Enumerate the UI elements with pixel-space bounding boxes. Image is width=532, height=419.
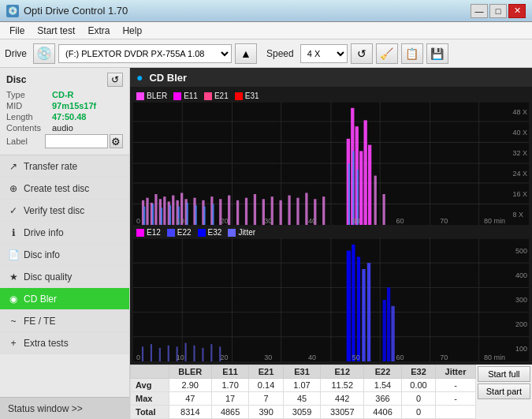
type-value: CD-R — [52, 90, 74, 99]
nav-label-fe-te: FE / TE — [24, 316, 55, 327]
type-key: Type — [6, 90, 52, 99]
mid-key: MID — [6, 101, 52, 110]
verify-disc-icon: ✓ — [8, 205, 19, 216]
sidebar-item-extra-tests[interactable]: + Extra tests — [0, 332, 129, 354]
sidebar-item-fe-te[interactable]: ~ FE / TE — [0, 310, 129, 332]
col-header-e21: E21 — [249, 365, 284, 379]
total-e31: 3059 — [283, 406, 320, 419]
total-e22: 4406 — [364, 406, 401, 419]
jitter-legend-dot — [228, 229, 236, 237]
cd-bler-icon: ◉ — [8, 294, 19, 305]
disc-info-icon: 📄 — [8, 249, 19, 260]
disc-mid-row: MID 97m15s17f — [6, 101, 123, 110]
status-window-label: Status window >> — [8, 403, 83, 414]
svg-rect-78 — [387, 287, 390, 361]
eject-button[interactable]: ▲ — [235, 43, 257, 64]
avg-jitter: - — [436, 379, 476, 392]
svg-rect-73 — [352, 245, 355, 361]
sidebar-item-disc-info[interactable]: 📄 Disc info — [0, 244, 129, 266]
legend-e31: E31 — [235, 92, 259, 100]
stats-total-row: Total 8314 4865 390 3059 33057 4406 0 — [131, 406, 476, 419]
svg-rect-74 — [357, 256, 360, 361]
start-full-button[interactable]: Start full — [478, 366, 530, 382]
e22-legend-dot — [167, 229, 175, 237]
toolbar: Drive 💿 (F:) PLEXTOR DVDR PX-755A 1.08 ▲… — [0, 39, 532, 68]
start-part-button[interactable]: Start part — [478, 383, 530, 399]
disc-label-row: Label ⚙ — [6, 134, 123, 148]
disc-panel-header: Disc ↺ — [6, 73, 123, 87]
legend-e22: E22 — [167, 228, 192, 237]
status-window-button[interactable]: Status window >> — [0, 397, 129, 419]
chart2-y-labels: 500 400 300 200 100 — [515, 238, 527, 361]
sidebar-item-transfer-rate[interactable]: ↗ Transfer rate — [0, 155, 129, 178]
menu-help[interactable]: Help — [116, 24, 148, 38]
bler-legend-dot — [136, 92, 144, 100]
stats-table-wrapper: BLER E11 E21 E31 E12 E22 E32 Jitter Avg — [130, 365, 476, 419]
titlebar: 💿 Opti Drive Control 1.70 — □ ✕ — [0, 0, 532, 22]
max-e22: 366 — [364, 392, 401, 406]
nav-label-disc-quality: Disc quality — [24, 271, 72, 282]
maximize-button[interactable]: □ — [489, 4, 507, 18]
drive-select[interactable]: (F:) PLEXTOR DVDR PX-755A 1.08 — [58, 44, 232, 63]
start-buttons-area: Start full Start part — [476, 365, 532, 419]
e12-legend-dot — [136, 229, 144, 237]
legend-bler: BLER — [136, 92, 167, 100]
sidebar-item-create-test-disc[interactable]: ⊕ Create test disc — [0, 178, 129, 200]
contents-value: audio — [52, 123, 73, 133]
sidebar-item-verify-test-disc[interactable]: ✓ Verify test disc — [0, 200, 129, 222]
extra-tests-icon: + — [8, 338, 19, 349]
window-controls[interactable]: — □ ✕ — [471, 4, 526, 18]
disc-refresh-button[interactable]: ↺ — [107, 73, 123, 87]
e31-legend-label: E31 — [245, 92, 259, 100]
avg-e22: 1.54 — [364, 379, 401, 392]
sidebar-item-cd-bler[interactable]: ◉ CD Bler — [0, 288, 129, 310]
disc-panel: Disc ↺ Type CD-R MID 97m15s17f Length 47… — [0, 68, 129, 155]
sidebar-item-disc-quality[interactable]: ★ Disc quality — [0, 266, 129, 288]
e11-legend-dot — [173, 92, 181, 100]
svg-rect-57 — [348, 163, 350, 225]
minimize-button[interactable]: — — [471, 4, 488, 18]
e32-legend-label: E32 — [208, 228, 222, 237]
legend-jitter: Jitter — [228, 228, 255, 237]
svg-rect-58 — [352, 151, 354, 225]
close-button[interactable]: ✕ — [508, 4, 526, 18]
col-header-empty — [131, 365, 169, 379]
app-icon: 💿 — [6, 5, 19, 17]
menu-file[interactable]: File — [3, 24, 31, 38]
col-header-e11: E11 — [211, 365, 248, 379]
avg-label: Avg — [131, 379, 169, 392]
svg-rect-75 — [362, 269, 365, 361]
stats-table: BLER E11 E21 E31 E12 E22 E32 Jitter Avg — [130, 365, 476, 419]
menu-starttest[interactable]: Start test — [31, 24, 81, 38]
charts-container: BLER E11 E21 E31 — [130, 87, 532, 365]
avg-e32: 0.00 — [401, 379, 436, 392]
length-key: Length — [6, 112, 52, 122]
total-bler: 8314 — [169, 406, 211, 419]
disc-type-row: Type CD-R — [6, 90, 123, 99]
total-e32: 0 — [401, 406, 436, 419]
drive-info-icon: ℹ — [8, 227, 19, 238]
max-e32: 0 — [401, 392, 436, 406]
main-layout: Disc ↺ Type CD-R MID 97m15s17f Length 47… — [0, 68, 532, 419]
fe-te-icon: ~ — [8, 316, 19, 327]
transfer-rate-icon: ↗ — [8, 161, 19, 172]
col-header-e22: E22 — [364, 365, 401, 379]
speed-apply-button[interactable]: ↺ — [351, 43, 373, 64]
e21-legend-dot — [204, 92, 212, 100]
disc-quality-icon: ★ — [8, 271, 19, 282]
sidebar-item-drive-info[interactable]: ℹ Drive info — [0, 222, 129, 244]
label-key: Label — [6, 137, 45, 146]
total-e21: 390 — [249, 406, 284, 419]
avg-e12: 11.52 — [321, 379, 364, 392]
nav-label-cd-bler: CD Bler — [24, 294, 57, 305]
copy-button[interactable]: 📋 — [401, 43, 423, 64]
speed-select[interactable]: 1 X 2 X 4 X 8 X 16 X Max — [300, 44, 348, 63]
clear-button[interactable]: 🧹 — [376, 43, 398, 64]
menu-extra[interactable]: Extra — [81, 24, 116, 38]
label-settings-button[interactable]: ⚙ — [110, 134, 123, 148]
e21-legend-label: E21 — [214, 92, 229, 100]
avg-e11: 1.70 — [211, 379, 248, 392]
save-button[interactable]: 💾 — [426, 43, 448, 64]
label-input[interactable] — [45, 134, 108, 148]
total-jitter — [436, 406, 476, 419]
